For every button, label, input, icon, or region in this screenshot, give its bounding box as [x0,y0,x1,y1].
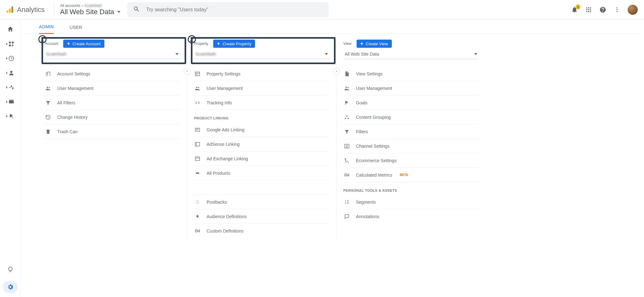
more-button[interactable] [614,7,620,13]
tab-user[interactable]: USER [69,25,82,34]
list-item-label: Audience Definitions [207,214,247,219]
section-personal-tools: PERSONAL TOOLS & ASSETS [343,189,479,192]
breadcrumb-sep: › [82,3,83,8]
nav-admin[interactable] [3,281,18,293]
view-content-grouping[interactable]: Content Grouping [343,110,479,124]
scope-title: All Web Site Data [60,8,120,16]
svg-rect-4 [588,7,589,8]
view-settings[interactable]: View Settings [343,67,479,81]
users-icon [45,85,52,91]
ads-icon [194,127,201,133]
view-selector[interactable]: All Web Site Data [343,49,479,59]
view-calculated-metrics[interactable]: Dd Calculated Metrics BETA [343,168,479,182]
property-label: Property [194,41,208,46]
account-label: Account [45,41,58,46]
view-annotations[interactable]: Annotations [343,209,479,224]
create-account-button[interactable]: + Create Account [63,40,104,48]
users-icon [343,85,350,91]
view-goals[interactable]: Goals [343,96,479,110]
svg-point-23 [49,87,50,88]
postbacks[interactable]: Postbacks [194,195,329,209]
nav-behavior[interactable] [6,99,14,105]
nav-home[interactable] [7,26,14,33]
property-tracking-info[interactable]: Tracking Info [194,96,329,110]
history-icon [45,114,52,120]
svg-rect-30 [196,172,199,174]
avatar[interactable] [628,5,638,15]
filter-icon [45,100,52,106]
tab-admin[interactable]: ADMIN [39,24,54,34]
section-product-linking: PRODUCT LINKING [194,116,329,120]
ad-exchange-linking[interactable]: Ad Exchange Linking [194,151,329,166]
svg-rect-29 [195,157,200,161]
scope-selector[interactable]: All accounts › ScaleMath All Web Site Da… [60,3,120,16]
view-segments[interactable]: Segments [343,195,479,209]
list-item-label: Segments [356,200,376,205]
view-user-management[interactable]: User Management [343,81,479,96]
property-selected: ScaleMath [195,52,216,57]
chevron-down-icon [117,11,120,13]
breadcrumb-account: ScaleMath [84,3,102,8]
all-products[interactable]: All Products [194,166,329,180]
account-all-filters[interactable]: All Filters [45,96,180,110]
view-ecommerce-settings[interactable]: Ecommerce Settings [343,153,479,168]
list-item-label: Content Grouping [356,115,391,120]
trash-icon [45,129,52,135]
view-channel-settings[interactable]: Channel Settings [343,139,479,153]
account-settings[interactable]: Account Settings [45,67,180,81]
transfer-right-icon[interactable] [184,68,191,75]
apps-button[interactable] [586,7,592,13]
create-property-label: Create Property [223,41,252,46]
group-icon [343,114,350,120]
property-settings[interactable]: Property Settings [194,67,329,81]
property-selector[interactable]: ScaleMath [194,49,329,59]
view-column: View + Create View All Web Site Data [343,40,479,224]
chevron-right-icon [6,43,8,45]
chevron-right-icon [6,57,8,60]
audience-definitions[interactable]: Audience Definitions [194,209,329,224]
account-change-history[interactable]: Change History [45,110,180,124]
nav-audience[interactable] [6,70,14,76]
users-icon [194,85,201,91]
dd-icon: Dd [194,229,201,233]
svg-rect-3 [586,7,587,8]
svg-rect-6 [586,9,587,10]
list-item-label: Custom Definitions [207,228,244,234]
list-item-label: All Filters [57,100,75,105]
svg-rect-10 [588,11,589,12]
account-trash-can[interactable]: Trash Can [45,124,180,139]
transfer-right-icon[interactable] [333,68,340,75]
create-property-button[interactable]: + Create Property [213,40,255,48]
account-selected: ScaleMath [46,52,67,57]
nav-acquisition[interactable] [6,84,14,91]
topbar: Analytics All accounts › ScaleMath All W… [0,0,644,19]
svg-rect-8 [590,9,591,10]
property-user-management[interactable]: User Management [194,81,329,96]
help-button[interactable] [599,6,606,13]
code-icon [194,100,201,106]
custom-definitions[interactable]: Dd Custom Definitions [194,224,329,238]
notifications-button[interactable]: 1 [571,6,578,13]
svg-rect-7 [588,9,589,10]
breadcrumb-prefix: All accounts [60,3,80,8]
view-selected: All Web Site Data [345,52,379,57]
nav-customization[interactable] [6,41,14,47]
svg-rect-0 [7,10,8,13]
list-item-label: Calculated Metrics [356,173,392,178]
list-item-label: Annotations [356,214,379,219]
account-user-management[interactable]: User Management [45,81,180,96]
segments-icon [343,199,350,205]
view-filters[interactable]: Filters [343,124,479,139]
admin-tabs: ADMIN USER [24,19,641,34]
nav-conversions[interactable] [6,113,14,119]
google-ads-linking[interactable]: Google Ads Linking [194,123,329,137]
search-input[interactable] [146,7,323,13]
search-bar[interactable] [127,2,329,17]
svg-rect-15 [9,42,11,44]
nav-realtime[interactable] [6,55,14,62]
chevron-down-icon [175,53,179,55]
account-selector[interactable]: ScaleMath [45,49,180,59]
nav-discover[interactable] [7,266,14,272]
adsense-linking[interactable]: AdSense Linking [194,137,329,151]
create-view-button[interactable]: + Create View [357,40,392,48]
